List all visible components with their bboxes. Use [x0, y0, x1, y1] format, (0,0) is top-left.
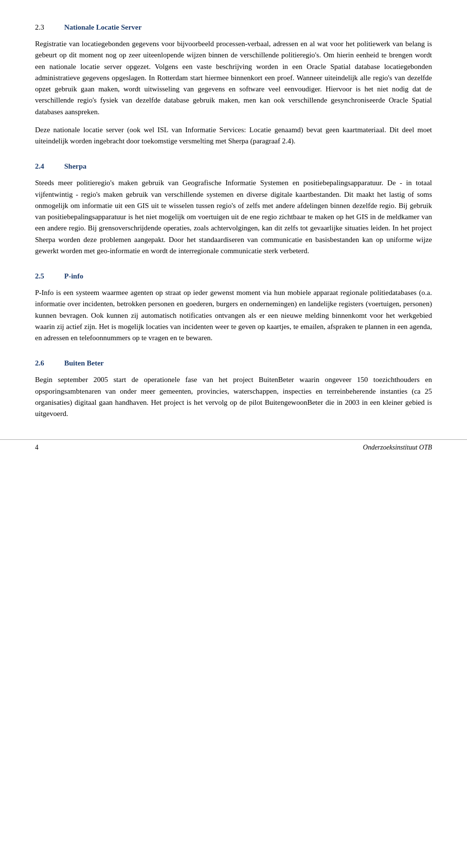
section-2-6-heading: 2.6 Buiten Beter [35, 359, 432, 367]
section-2-6-number: 2.6 [35, 359, 64, 367]
section-2-5-number: 2.5 [35, 272, 64, 280]
section-2-4-number: 2.4 [35, 162, 64, 171]
section-2-6-title: Buiten Beter [64, 359, 104, 367]
section-2-4-title: Sherpa [64, 162, 87, 171]
section-2-4-para-1: Steeds meer politieregio's maken gebruik… [35, 177, 432, 257]
section-2-3-para-1: Registratie van locatiegebonden gegevens… [35, 38, 432, 118]
section-2-5-heading: 2.5 P-info [35, 272, 432, 280]
footer-organization: Onderzoeksinstituut OTB [363, 444, 432, 451]
section-2-3-heading: 2.3 Nationale Locatie Server [35, 23, 432, 32]
section-2-4-heading: 2.4 Sherpa [35, 162, 432, 171]
section-2-6-para-1: Begin september 2005 start de operatione… [35, 374, 432, 419]
section-2-3-title: Nationale Locatie Server [64, 23, 142, 32]
page-footer: 4 Onderzoeksinstituut OTB [0, 439, 467, 451]
section-2-5: 2.5 P-info P-Info is een systeem waarmee… [35, 272, 432, 344]
section-2-3-para-2: Deze nationale locatie server (ook wel I… [35, 124, 432, 147]
section-2-3-number: 2.3 [35, 23, 64, 32]
page-content: 2.3 Nationale Locatie Server Registratie… [0, 0, 467, 465]
section-2-5-title: P-info [64, 272, 83, 280]
section-2-6: 2.6 Buiten Beter Begin september 2005 st… [35, 359, 432, 419]
section-2-3: 2.3 Nationale Locatie Server Registratie… [35, 23, 432, 147]
footer-page-number: 4 [35, 444, 38, 451]
section-2-4: 2.4 Sherpa Steeds meer politieregio's ma… [35, 162, 432, 257]
section-2-5-para-1: P-Info is een systeem waarmee agenten op… [35, 287, 432, 344]
